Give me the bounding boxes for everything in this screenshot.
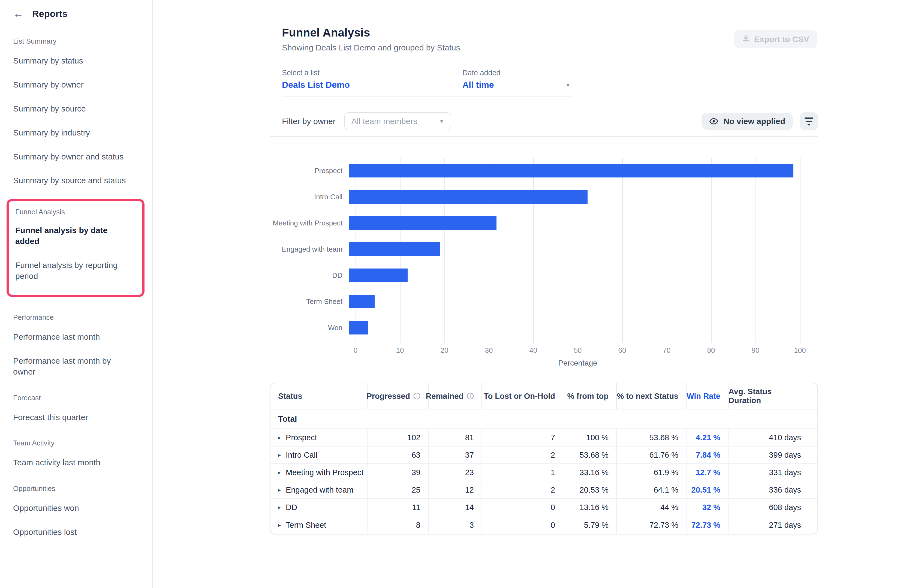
eye-icon bbox=[709, 118, 718, 125]
sidebar-item[interactable]: Opportunities won bbox=[13, 503, 130, 514]
owner-filter-select[interactable]: All team members ▼ bbox=[344, 112, 451, 130]
value-cell: 72.73 % bbox=[616, 516, 686, 534]
column-header-label: Progressed bbox=[366, 392, 410, 401]
column-header[interactable]: Status bbox=[271, 383, 367, 409]
column-header[interactable]: Progressed bbox=[367, 383, 428, 409]
main-content: Funnel Analysis Showing Deals List Demo … bbox=[153, 0, 924, 588]
x-tick-label: 30 bbox=[485, 346, 493, 355]
table-row[interactable]: ▸Prospect102817100 %53.68 %4.21 %410 day… bbox=[271, 429, 817, 446]
chart-bar[interactable] bbox=[349, 190, 587, 204]
status-name: Meeting with Prospect bbox=[286, 468, 363, 477]
value-cell: 13.16 % bbox=[563, 499, 616, 516]
row-spacer bbox=[808, 446, 817, 464]
column-header-label: Status bbox=[278, 392, 302, 401]
date-added-value[interactable]: All time bbox=[462, 80, 571, 90]
date-added-select[interactable]: Date added All time ▼ bbox=[455, 69, 571, 90]
table-row[interactable]: ▸DD1114013.16 %44 %32 %608 days bbox=[271, 499, 817, 516]
sidebar-item[interactable]: Summary by status bbox=[13, 55, 130, 66]
chart-bar[interactable] bbox=[349, 321, 368, 334]
chart-bar-row: Meeting with Prospect bbox=[163, 210, 800, 236]
no-view-applied-label: No view applied bbox=[723, 117, 785, 126]
value-cell: 39 bbox=[367, 464, 428, 481]
list-select[interactable]: Select a list Deals List Demo bbox=[282, 69, 455, 90]
status-cell: ▸Engaged with team bbox=[271, 481, 367, 499]
owner-filter: Filter by owner All team members ▼ bbox=[282, 112, 451, 130]
value-cell: 25 bbox=[367, 481, 428, 499]
chart-bar[interactable] bbox=[349, 164, 794, 178]
sidebar-item[interactable]: Summary by owner bbox=[13, 79, 130, 90]
column-header[interactable]: Remained bbox=[428, 383, 482, 409]
sidebar-item[interactable]: Performance last month by owner bbox=[13, 356, 130, 377]
chart-category-label: Meeting with Prospect bbox=[163, 219, 349, 227]
column-header[interactable]: % to next Status bbox=[616, 383, 686, 409]
owner-filter-placeholder: All team members bbox=[351, 117, 417, 126]
chart-bar[interactable] bbox=[349, 216, 497, 230]
export-csv-button[interactable]: Export to CSV bbox=[734, 30, 817, 48]
filter-icon-button[interactable] bbox=[800, 112, 818, 130]
sidebar-section: Team ActivityTeam activity last month bbox=[13, 439, 152, 468]
column-header[interactable]: To Lost or On-Hold bbox=[482, 383, 563, 409]
page-subtitle: Showing Deals List Demo and grouped by S… bbox=[282, 43, 460, 52]
expand-caret-icon[interactable]: ▸ bbox=[278, 469, 281, 476]
app-window: ← Reports List SummarySummary by statusS… bbox=[0, 0, 924, 588]
no-view-applied-button[interactable]: No view applied bbox=[701, 113, 793, 130]
sidebar-item[interactable]: Funnel analysis by date added bbox=[15, 225, 132, 247]
x-tick-label: 90 bbox=[752, 346, 760, 355]
row-spacer bbox=[808, 499, 817, 516]
status-name: Term Sheet bbox=[286, 520, 326, 530]
status-cell: ▸Prospect bbox=[271, 429, 367, 446]
status-name: Prospect bbox=[286, 433, 317, 442]
value-cell: 61.9 % bbox=[616, 464, 686, 481]
chart-bar-row: Won bbox=[163, 315, 800, 341]
expand-caret-icon[interactable]: ▸ bbox=[278, 434, 281, 441]
sidebar-item[interactable]: Team activity last month bbox=[13, 457, 130, 468]
list-select-value[interactable]: Deals List Demo bbox=[282, 80, 455, 90]
status-cell: ▸Intro Call bbox=[271, 446, 367, 464]
sidebar-item[interactable]: Summary by source bbox=[13, 103, 130, 114]
download-icon bbox=[742, 35, 750, 44]
sidebar-item[interactable]: Summary by industry bbox=[13, 127, 130, 138]
chart-bar[interactable] bbox=[349, 295, 375, 308]
table-row[interactable]: ▸Intro Call6337253.68 %61.76 %7.84 %399 … bbox=[271, 446, 817, 464]
value-cell: 410 days bbox=[728, 429, 808, 446]
table-row[interactable]: ▸Term Sheet8305.79 %72.73 %72.73 %271 da… bbox=[271, 516, 817, 534]
chart-category-label: Term Sheet bbox=[163, 297, 349, 306]
value-cell: 2 bbox=[482, 446, 563, 464]
status-cell: ▸Term Sheet bbox=[271, 516, 367, 534]
chart-bar[interactable] bbox=[349, 242, 441, 256]
x-tick-label: 40 bbox=[530, 346, 537, 355]
column-header[interactable]: % from top bbox=[563, 383, 616, 409]
filter-icon bbox=[805, 117, 813, 119]
column-header-label: To Lost or On-Hold bbox=[483, 392, 555, 401]
reports-sidebar: ← Reports List SummarySummary by statusS… bbox=[0, 0, 153, 588]
expand-caret-icon[interactable]: ▸ bbox=[278, 522, 281, 528]
status-name: Engaged with team bbox=[286, 486, 353, 494]
sidebar-item[interactable]: Forecast this quarter bbox=[13, 412, 130, 423]
chart-bar-row: Engaged with team bbox=[163, 236, 800, 262]
table-row[interactable]: ▸Meeting with Prospect3923133.16 %61.9 %… bbox=[271, 464, 817, 481]
sidebar-item[interactable]: Funnel analysis by reporting period bbox=[15, 260, 132, 282]
expand-caret-icon[interactable]: ▸ bbox=[278, 487, 281, 493]
value-cell: 3 bbox=[428, 516, 482, 534]
expand-caret-icon[interactable]: ▸ bbox=[278, 452, 281, 458]
sidebar-item[interactable]: Opportunities lost bbox=[13, 527, 130, 538]
value-cell: 37 bbox=[428, 446, 482, 464]
sidebar-item[interactable]: Summary by owner and status bbox=[13, 151, 130, 162]
table-row[interactable]: ▸Engaged with team2512220.53 %64.1 %20.5… bbox=[271, 481, 817, 499]
sidebar-item[interactable]: Summary by source and status bbox=[13, 175, 130, 186]
expand-caret-icon[interactable]: ▸ bbox=[278, 504, 281, 511]
row-spacer bbox=[808, 516, 817, 534]
value-cell: 4.21 % bbox=[686, 429, 728, 446]
sidebar-header: ← Reports bbox=[13, 7, 152, 21]
value-cell: 32 % bbox=[686, 499, 728, 516]
sidebar-section-label: Performance bbox=[13, 313, 152, 322]
chart-bar[interactable] bbox=[349, 268, 408, 282]
column-header[interactable]: Avg. Status Duration bbox=[728, 383, 808, 409]
sidebar-section: List SummarySummary by statusSummary by … bbox=[13, 37, 152, 186]
x-tick-label: 20 bbox=[441, 346, 449, 355]
sidebar-item[interactable]: Performance last month bbox=[13, 331, 130, 343]
value-cell: 63 bbox=[367, 446, 428, 464]
back-arrow-icon[interactable]: ← bbox=[13, 8, 23, 19]
column-header[interactable]: Win Rate bbox=[686, 383, 728, 409]
value-cell: 61.76 % bbox=[616, 446, 686, 464]
